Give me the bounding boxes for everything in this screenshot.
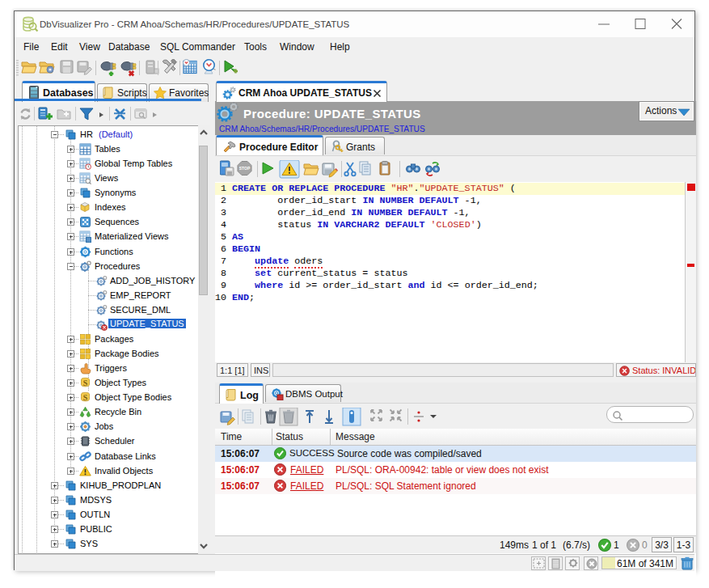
svg-text:S: S [83, 379, 88, 387]
svg-text:S: S [83, 393, 88, 402]
svg-text:STOP: STOP [239, 166, 251, 171]
